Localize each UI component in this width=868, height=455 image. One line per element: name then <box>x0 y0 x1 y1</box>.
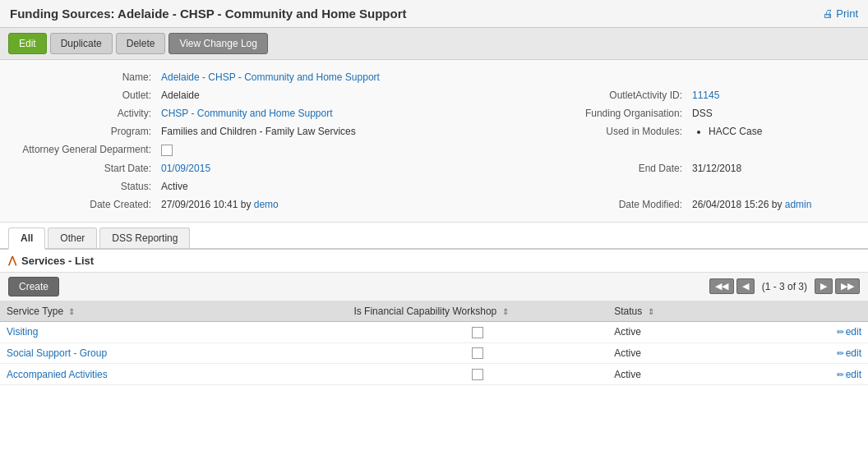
start-date-link[interactable]: 01/09/2015 <box>161 163 210 174</box>
edit-link[interactable]: ✏edit <box>837 326 861 338</box>
sort-icon-service[interactable]: ⇕ <box>68 307 75 316</box>
date-modified-value: 26/04/2018 15:26 by admin <box>687 195 852 214</box>
tabs-bar: All Other DSS Reporting <box>0 223 868 250</box>
view-change-log-button[interactable]: View Change Log <box>169 33 268 54</box>
outlet-activity-id-value: 11145 <box>687 86 852 104</box>
status-cell: Active <box>607 364 737 385</box>
created-by-link[interactable]: demo <box>254 199 279 210</box>
table-row: VisitingActive✏edit <box>0 321 868 342</box>
col-header-actions <box>738 301 868 322</box>
funding-org-value: DSS <box>687 104 852 122</box>
print-link[interactable]: 🖨 Print <box>823 7 858 20</box>
outlet-activity-id-label: OutletActivity ID: <box>556 86 687 104</box>
sort-icon-status[interactable]: ⇕ <box>648 307 654 316</box>
service-type-link[interactable]: Accompanied Activities <box>7 369 108 380</box>
edit-link[interactable]: ✏edit <box>837 369 861 380</box>
tab-dss-reporting[interactable]: DSS Reporting <box>99 228 190 248</box>
tab-other[interactable]: Other <box>48 228 97 248</box>
next-page-button[interactable]: ▶ <box>815 278 833 294</box>
edit-pencil-icon: ✏ <box>837 370 844 379</box>
status-cell: Active <box>607 342 737 364</box>
service-type-link[interactable]: Visiting <box>7 326 38 338</box>
used-in-modules-value: HACC Case <box>687 122 852 140</box>
page-info: (1 - 3 of 3) <box>757 279 812 294</box>
outlet-value: Adelaide <box>156 86 556 104</box>
funding-org-label: Funding Organisation: <box>556 104 687 122</box>
financial-checkbox[interactable] <box>472 369 483 380</box>
service-type-link[interactable]: Social Support - Group <box>7 347 107 359</box>
end-date-label: End Date: <box>556 159 687 177</box>
attorney-checkbox-cell <box>156 140 556 159</box>
name-value: Adelaide - CHSP - Community and Home Sup… <box>156 68 852 86</box>
pagination: ◀◀ ◀ (1 - 3 of 3) ▶ ▶▶ <box>709 278 860 294</box>
edit-link[interactable]: ✏edit <box>837 347 861 359</box>
col-header-service-type: Service Type ⇕ <box>0 301 347 322</box>
activity-label: Activity: <box>16 104 156 122</box>
status-cell: Active <box>607 321 737 342</box>
start-date-value: 01/09/2015 <box>156 159 556 177</box>
activity-link[interactable]: CHSP - Community and Home Support <box>161 108 333 119</box>
table-row: Accompanied ActivitiesActive✏edit <box>0 364 868 385</box>
modified-by-link[interactable]: admin <box>785 199 812 210</box>
attorney-checkbox[interactable] <box>161 145 173 156</box>
outlet-activity-id-link[interactable]: 11145 <box>692 90 719 101</box>
col-header-financial: Is Financial Capability Workshop ⇕ <box>347 301 607 322</box>
date-created-label: Date Created: <box>16 195 156 214</box>
col-header-status: Status ⇕ <box>607 301 737 322</box>
date-created-value: 27/09/2016 10:41 by demo <box>156 195 556 214</box>
details-section: Name: Adelaide - CHSP - Community and Ho… <box>0 60 868 223</box>
page-title: Funding Sources: Adelaide - CHSP - Commu… <box>10 7 407 21</box>
start-date-label: Start Date: <box>16 159 156 177</box>
used-in-modules-label: Used in Modules: <box>556 122 687 140</box>
tab-all[interactable]: All <box>8 228 45 250</box>
toolbar: Edit Duplicate Delete View Change Log <box>0 28 868 60</box>
delete-button[interactable]: Delete <box>116 33 166 54</box>
status-value: Active <box>156 177 556 195</box>
collapse-arrow-icon: ⋀ <box>8 255 16 266</box>
name-label: Name: <box>16 68 156 86</box>
edit-pencil-icon: ✏ <box>837 327 844 337</box>
activity-value: CHSP - Community and Home Support <box>156 104 556 122</box>
create-service-button[interactable]: Create <box>8 277 59 296</box>
outlet-label: Outlet: <box>16 86 156 104</box>
sort-icon-financial[interactable]: ⇕ <box>502 307 509 316</box>
last-page-button[interactable]: ▶▶ <box>835 278 860 294</box>
program-value: Families and Children - Family Law Servi… <box>156 122 556 140</box>
table-row: Social Support - GroupActive✏edit <box>0 342 868 364</box>
attorney-label: Attorney General Deparment: <box>16 140 156 159</box>
program-label: Program: <box>16 122 156 140</box>
date-modified-label: Date Modified: <box>556 195 687 214</box>
duplicate-button[interactable]: Duplicate <box>50 33 113 54</box>
edit-button[interactable]: Edit <box>8 33 47 54</box>
name-link[interactable]: Adelaide - CHSP - Community and Home Sup… <box>161 71 380 83</box>
services-section: ⋀ Services - List Create ◀◀ ◀ (1 - 3 of … <box>0 250 868 385</box>
services-section-title: Services - List <box>21 255 94 267</box>
end-date-value: 31/12/2018 <box>687 159 852 177</box>
services-toolbar: Create ◀◀ ◀ (1 - 3 of 3) ▶ ▶▶ <box>0 273 868 301</box>
services-section-header: ⋀ Services - List <box>0 250 868 273</box>
edit-pencil-icon: ✏ <box>837 348 844 358</box>
services-table: Service Type ⇕ Is Financial Capability W… <box>0 301 868 385</box>
prev-page-button[interactable]: ◀ <box>736 278 755 294</box>
financial-checkbox[interactable] <box>472 327 483 338</box>
status-label: Status: <box>16 177 156 195</box>
first-page-button[interactable]: ◀◀ <box>709 278 734 294</box>
financial-checkbox[interactable] <box>472 347 483 359</box>
